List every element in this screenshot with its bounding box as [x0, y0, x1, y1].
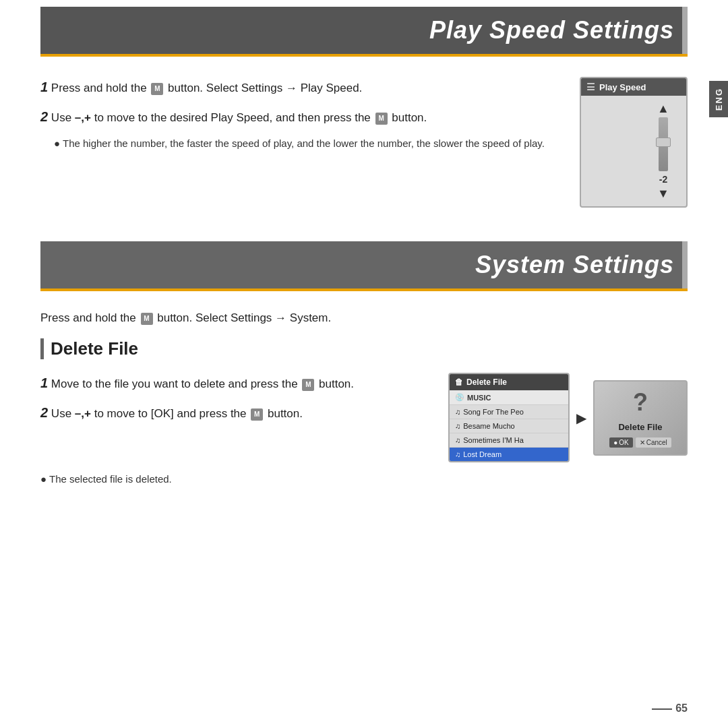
step1-m-button: M [151, 83, 163, 95]
play-speed-title-text: Play Speed Settings [429, 16, 674, 44]
ps-controls: ▲ -2 ▼ [654, 102, 673, 200]
delete-confirm-widget: ? Delete File ● OK ✕ Cancel [593, 380, 688, 456]
ok-label: OK [619, 439, 628, 446]
play-speed-content: 1 Press and hold the M button. Select Se… [40, 77, 688, 208]
music-note-icon: ♫ [455, 450, 460, 458]
list-item: ♫ Lost Dream [450, 447, 568, 461]
play-speed-title: Play Speed Settings [40, 7, 688, 57]
delete-file-text-col: 1 Move to the file you want to delete an… [40, 373, 428, 432]
play-speed-text-col: 1 Press and hold the M button. Select Se… [40, 77, 559, 152]
step2-number: 2 [40, 109, 48, 124]
music-note-icon: ♫ [455, 436, 460, 444]
ps-header-label: Play Speed [599, 82, 646, 92]
delete-file-ui: 🗑 Delete File 💿 MUSIC ♫ Song For The Peo… [448, 373, 688, 462]
delete-file-heading: Delete File [40, 338, 688, 359]
del-step1-num: 1 [40, 375, 48, 390]
sys-ph-text-before: Press and hold the [40, 311, 136, 324]
del-step1-m-btn: M [302, 379, 314, 391]
step2-m-button: M [375, 113, 388, 125]
play-speed-bullet: The higher the number, the faster the sp… [54, 136, 559, 152]
ps-slider-thumb [656, 138, 671, 147]
play-speed-widget: ☰ Play Speed ▲ -2 ▼ [580, 77, 688, 208]
list-item: ♫ Sometimes I'M Ha [450, 433, 568, 447]
del-step2-before: Use [51, 407, 71, 420]
confirm-delete-label: Delete File [618, 422, 662, 432]
cancel-button[interactable]: ✕ Cancel [636, 437, 671, 448]
step1-text-before: Press and hold the [51, 82, 147, 94]
step1-text-after: button. Select Settings → Play Speed. [168, 82, 362, 94]
play-speed-step1: 1 Press and hold the M button. Select Se… [40, 77, 559, 97]
del-step2-m-btn: M [251, 408, 263, 421]
step1-number: 1 [40, 80, 48, 94]
del-step2-after: to move to [OK] and press the [94, 407, 247, 420]
ps-widget-header: ☰ Play Speed [581, 78, 686, 96]
list-item: ♫ Besame Mucho [450, 419, 568, 433]
question-icon: ? [633, 388, 648, 417]
ps-slider-track [659, 117, 668, 171]
sys-ph-m-button: M [141, 313, 153, 325]
system-settings-title-text: System Settings [475, 251, 674, 278]
list-item: ♫ Song For The Peo [450, 404, 568, 419]
delete-step2: 2 Use –,+ to move to [OK] and press the … [40, 402, 428, 423]
music-note-icon: ♫ [455, 408, 460, 416]
ps-up-arrow: ▲ [657, 102, 669, 115]
ps-slider [654, 117, 673, 171]
circle-icon: ● [613, 439, 617, 446]
ok-button[interactable]: ● OK [609, 437, 633, 448]
ps-body: ▲ -2 ▼ [581, 96, 686, 206]
system-settings-title: System Settings [40, 241, 688, 291]
file-list-items: ♫ Song For The Peo♫ Besame Mucho♫ Someti… [450, 404, 568, 461]
confirm-buttons: ● OK ✕ Cancel [609, 437, 671, 448]
fl-header-label: Delete File [466, 377, 507, 387]
x-icon: ✕ [640, 439, 645, 446]
ps-down-arrow: ▼ [657, 187, 669, 200]
del-step1-after: button. [319, 377, 354, 390]
step2-text-after: to move to the desired Play Speed, and t… [94, 111, 371, 124]
fl-header: 🗑 Delete File [450, 374, 568, 390]
delete-step1: 1 Move to the file you want to delete an… [40, 373, 428, 393]
step2-minus-plus: –,+ [75, 111, 91, 124]
music-disc-icon: 💿 [455, 393, 464, 402]
file-list-widget: 🗑 Delete File 💿 MUSIC ♫ Song For The Peo… [448, 373, 570, 462]
step2-text-before: Use [51, 111, 71, 124]
music-note-icon: ♫ [455, 422, 460, 430]
trash-icon: 🗑 [455, 377, 463, 387]
ps-value: -2 [659, 174, 667, 185]
page-number: 65 [652, 702, 688, 715]
system-press-hold: Press and hold the M button. Select Sett… [40, 311, 688, 325]
eng-sidebar: ENG [709, 81, 728, 117]
fl-music-label: MUSIC [467, 394, 491, 402]
eng-label: ENG [714, 88, 724, 111]
sys-ph-text-after: button. Select Settings → System. [157, 311, 331, 324]
delete-file-content: 1 Move to the file you want to delete an… [40, 373, 688, 462]
ps-menu-icon: ☰ [586, 82, 595, 92]
del-step2-num: 2 [40, 405, 48, 420]
system-settings-section: System Settings Press and hold the M but… [0, 235, 728, 485]
step2-text-after2: button. [392, 111, 427, 124]
arrow-right-icon: ▶ [576, 410, 586, 426]
del-step1-before: Move to the file you want to delete and … [51, 377, 298, 390]
play-speed-step2: 2 Use –,+ to move to the desired Play Sp… [40, 107, 559, 127]
del-step2-after2: button. [268, 407, 303, 420]
cancel-label: Cancel [646, 439, 667, 446]
del-step2-minus-plus: –,+ [75, 407, 91, 420]
play-speed-section: Play Speed Settings 1 Press and hold the… [0, 0, 728, 208]
delete-file-note: The selected file is deleted. [40, 473, 688, 485]
fl-music-row: 💿 MUSIC [450, 390, 568, 404]
